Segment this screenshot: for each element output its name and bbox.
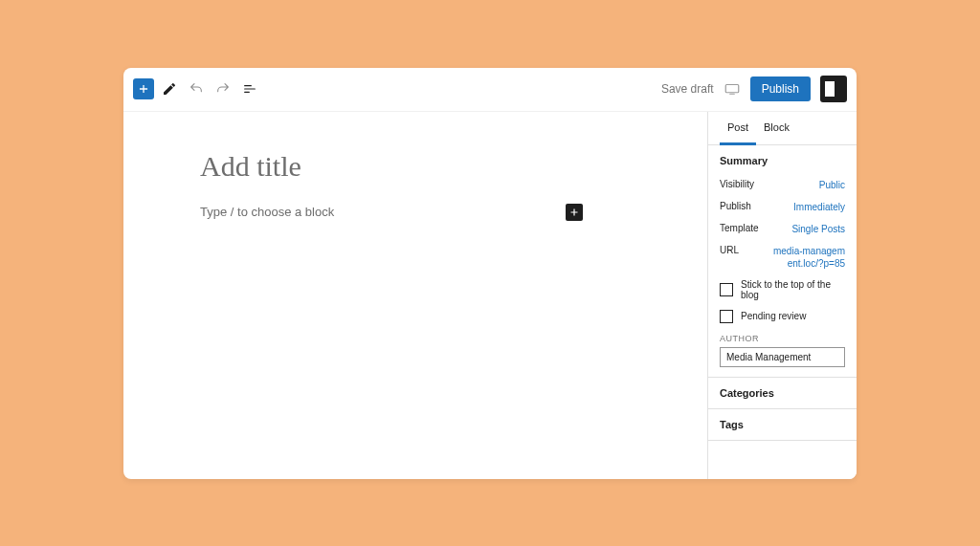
pending-review-label: Pending review [741,311,806,321]
sticky-checkbox[interactable] [720,283,733,296]
document-outline-icon[interactable] [238,77,261,100]
block-placeholder-text[interactable]: Type / to choose a block [200,205,334,219]
visibility-value[interactable]: Public [819,179,845,191]
save-draft-button[interactable]: Save draft [661,82,714,96]
settings-sidebar-toggle[interactable] [820,76,847,102]
inline-add-block-button[interactable] [566,204,583,221]
undo-icon[interactable] [185,77,208,100]
tab-block[interactable]: Block [756,112,797,144]
pending-review-checkbox[interactable] [720,310,733,323]
publish-button[interactable]: Publish [750,76,811,101]
publish-label: Publish [720,201,751,213]
tab-post[interactable]: Post [720,112,756,145]
publish-value[interactable]: Immediately [793,201,845,213]
summary-panel: Summary Visibility Public Publish Immedi… [708,145,857,378]
redo-icon[interactable] [212,77,234,100]
categories-panel-toggle[interactable]: Categories [708,378,857,409]
template-value[interactable]: Single Posts [791,223,845,235]
tags-panel-toggle[interactable]: Tags [708,409,857,441]
svg-rect-0 [725,85,739,93]
editor-canvas[interactable]: Add title Type / to choose a block [123,112,707,479]
post-title-input[interactable]: Add title [200,150,631,183]
top-toolbar: Save draft Publish [123,68,857,112]
add-block-toggle[interactable] [133,78,154,99]
url-value[interactable]: media-management.loc/?p=85 [768,245,845,270]
edit-tool-icon[interactable] [158,77,181,100]
summary-heading: Summary [720,155,845,166]
author-heading: AUTHOR [720,334,845,343]
author-select[interactable]: Media Management [720,347,845,367]
url-label: URL [720,245,739,270]
preview-icon[interactable] [724,82,741,96]
visibility-label: Visibility [720,179,754,191]
editor-window: Save draft Publish Add title Type / to c… [123,68,857,479]
settings-sidebar: Post Block Summary Visibility Public Pub… [707,112,857,479]
template-label: Template [720,223,759,235]
sticky-label: Stick to the top of the blog [741,279,845,300]
